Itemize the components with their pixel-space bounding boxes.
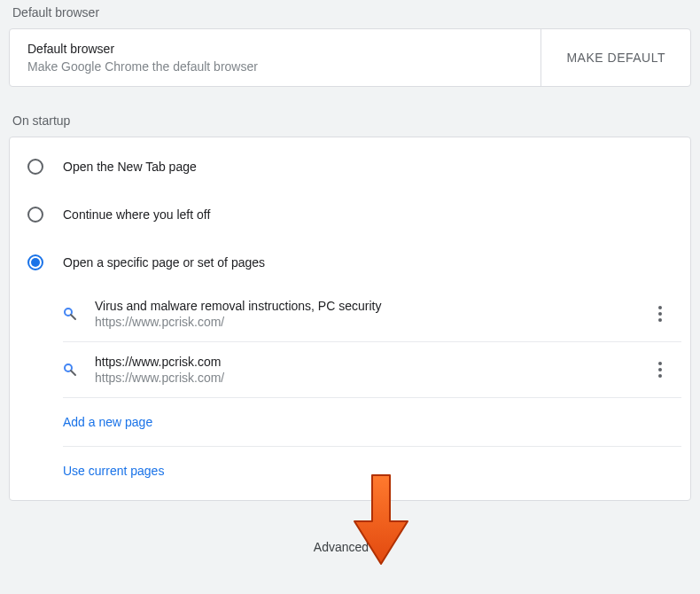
page-more-button[interactable] (646, 356, 674, 384)
make-default-button[interactable]: MAKE DEFAULT (541, 29, 690, 86)
svg-line-3 (71, 371, 75, 375)
radio-label: Open a specific page or set of pages (63, 255, 265, 270)
add-new-page-link[interactable]: Add a new page (63, 415, 152, 429)
radio-icon (27, 207, 43, 223)
more-vertical-icon (658, 362, 662, 378)
default-browser-section-title: Default browser (9, 0, 691, 28)
radio-label: Continue where you left off (63, 207, 210, 222)
default-browser-description: Make Google Chrome the default browser (27, 59, 523, 74)
favicon-magnifier-icon (63, 307, 77, 321)
on-startup-section-title: On startup (9, 108, 691, 137)
advanced-label: Advanced (314, 540, 369, 554)
startup-page-item: Virus and malware removal instructions, … (63, 286, 681, 342)
page-url: https://www.pcrisk.com/ (95, 315, 646, 329)
add-new-page-row[interactable]: Add a new page (63, 398, 681, 447)
page-url: https://www.pcrisk.com/ (95, 371, 646, 385)
use-current-pages-row[interactable]: Use current pages (63, 447, 681, 495)
default-browser-info: Default browser Make Google Chrome the d… (10, 29, 541, 86)
more-vertical-icon (658, 306, 662, 322)
default-browser-card: Default browser Make Google Chrome the d… (9, 28, 691, 87)
startup-option-continue[interactable]: Continue where you left off (10, 191, 690, 238)
use-current-pages-link[interactable]: Use current pages (63, 464, 164, 478)
startup-page-item: https://www.pcrisk.com https://www.pcris… (63, 342, 681, 398)
page-title: Virus and malware removal instructions, … (95, 299, 646, 313)
radio-icon (27, 159, 43, 175)
startup-option-specific-pages[interactable]: Open a specific page or set of pages (10, 238, 690, 286)
startup-pages-list: Virus and malware removal instructions, … (63, 286, 681, 495)
radio-icon (27, 254, 43, 270)
on-startup-card: Open the New Tab page Continue where you… (9, 137, 691, 501)
favicon-magnifier-icon (63, 363, 77, 377)
advanced-toggle[interactable]: Advanced (9, 522, 691, 572)
page-more-button[interactable] (646, 300, 674, 328)
page-title: https://www.pcrisk.com (95, 355, 646, 369)
startup-option-new-tab[interactable]: Open the New Tab page (10, 143, 690, 191)
default-browser-title: Default browser (27, 42, 523, 56)
radio-label: Open the New Tab page (63, 160, 197, 174)
svg-line-1 (71, 315, 75, 319)
chevron-down-icon (377, 544, 386, 550)
